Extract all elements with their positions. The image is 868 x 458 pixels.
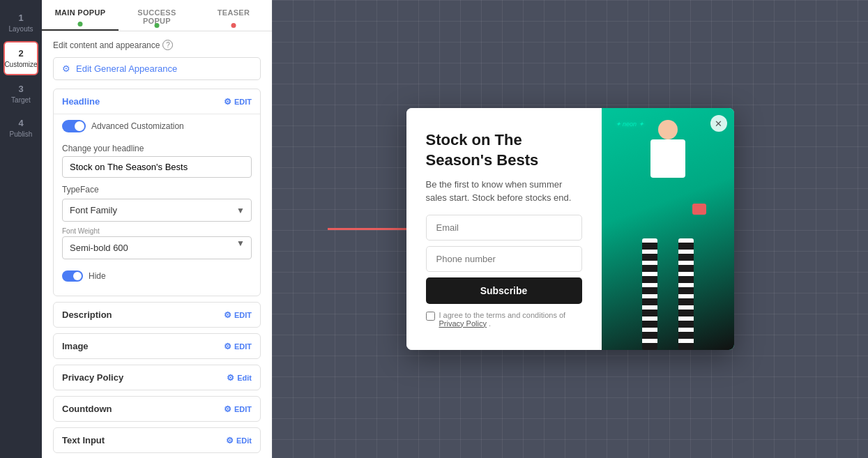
privacy-policy-link[interactable]: Privacy Policy <box>439 319 487 328</box>
tab-dot-main <box>78 22 83 26</box>
popup-email-input[interactable] <box>426 215 582 241</box>
hide-label: Hide <box>89 271 106 281</box>
headline-expanded: Advanced Customization Change your headl… <box>54 114 260 296</box>
text-input-section-header[interactable]: Text Input ⚙ EDit <box>54 428 260 452</box>
subscribe-button[interactable]: Subscribe <box>426 277 582 304</box>
privacy-policy-section-header[interactable]: Privacy Policy ⚙ Edit <box>54 365 260 390</box>
advanced-customization-label: Advanced Customization <box>91 121 184 131</box>
popup-close-button[interactable]: ✕ <box>710 115 727 132</box>
nav-num-4: 4 <box>18 118 23 128</box>
image-section: Image ⚙ EDIT <box>53 333 261 359</box>
font-family-select[interactable]: Font Family Arial Georgia Helvetica <box>62 199 252 222</box>
typeface-label: TypeFace <box>62 185 252 194</box>
tab-teaser[interactable]: TEASER <box>195 0 272 31</box>
image-section-header[interactable]: Image ⚙ EDIT <box>54 334 260 358</box>
nav-item-publish[interactable]: 4 Publish <box>3 112 38 144</box>
description-gear-icon: ⚙ <box>224 310 231 320</box>
tab-dot-success <box>155 23 160 28</box>
text-input-section: Text Input ⚙ EDit <box>53 427 261 453</box>
popup-description: Be the first to know when summer sales s… <box>426 178 582 205</box>
advanced-customization-row: Advanced Customization <box>62 114 252 138</box>
text-input-gear-icon: ⚙ <box>226 436 234 445</box>
privacy-policy-title: Privacy Policy <box>62 372 123 383</box>
nav-num-3: 3 <box>18 84 23 94</box>
nav-num-2: 2 <box>18 48 23 59</box>
help-icon[interactable]: ? <box>162 40 173 50</box>
description-title: Description <box>62 310 112 320</box>
privacy-policy-gear-icon: ⚙ <box>227 373 234 383</box>
canvas: Stock on The Season's Bests Be the first… <box>272 0 868 458</box>
countdown-edit-button[interactable]: ⚙ EDIT <box>224 404 252 414</box>
headline-gear-icon: ⚙ <box>224 97 231 107</box>
font-weight-select[interactable]: Semi-bold 600 Regular 400 Bold 700 <box>62 236 252 259</box>
nav-item-target[interactable]: 3 Target <box>3 78 38 109</box>
image-edit-button[interactable]: ⚙ EDIT <box>224 342 252 351</box>
image-title: Image <box>62 341 89 351</box>
tab-success-popup[interactable]: SUCCESS POPUP <box>119 0 195 31</box>
advanced-customization-toggle[interactable] <box>62 120 86 132</box>
tab-bar: MAIN POPUP SUCCESS POPUP TEASER <box>42 0 272 31</box>
edit-general-appearance-button[interactable]: ⚙ Edit General Appearance <box>53 57 261 80</box>
gear-icon: ⚙ <box>62 63 70 74</box>
headline-edit-button[interactable]: ⚙ EDIT <box>224 97 252 107</box>
countdown-gear-icon: ⚙ <box>224 404 231 414</box>
panel-content: Edit content and appearance ? ⚙ Edit Gen… <box>42 31 272 458</box>
description-section-header[interactable]: Description ⚙ EDIT <box>54 303 260 327</box>
popup-title: Stock on The Season's Bests <box>426 130 582 170</box>
nav-label-target: Target <box>11 96 31 104</box>
edit-content-label: Edit content and appearance ? <box>53 40 261 50</box>
tab-dot-teaser <box>231 23 236 28</box>
text-input-edit-button[interactable]: ⚙ EDit <box>226 436 252 445</box>
description-section: Description ⚙ EDIT <box>53 302 261 328</box>
popup-preview: Stock on The Season's Bests Be the first… <box>406 108 734 349</box>
editor-panel: MAIN POPUP SUCCESS POPUP TEASER Edit con… <box>42 0 272 458</box>
nav-item-layouts[interactable]: 1 Layouts <box>3 7 38 38</box>
privacy-text: I agree to the terms and conditions of P… <box>439 311 582 328</box>
headline-section: Headline ⚙ EDIT Advanced Customization C… <box>53 89 261 296</box>
countdown-title: Countdown <box>62 404 112 414</box>
popup-phone-input[interactable] <box>426 246 582 272</box>
privacy-checkbox-row: I agree to the terms and conditions of P… <box>426 311 582 328</box>
nav-num-1: 1 <box>18 13 23 23</box>
privacy-policy-edit-button[interactable]: ⚙ Edit <box>227 373 252 383</box>
font-weight-label: Font Weight <box>62 227 252 235</box>
model-silhouette <box>630 113 706 350</box>
change-headline-label: Change your headline <box>62 144 252 153</box>
nav-label-publish: Publish <box>10 130 33 138</box>
nav-label-layouts: Layouts <box>8 25 33 33</box>
hide-row: Hide <box>62 265 252 287</box>
hide-toggle[interactable] <box>62 270 83 282</box>
font-weight-wrapper: Font Weight Semi-bold 600 Regular 400 Bo… <box>62 227 252 259</box>
text-input-title: Text Input <box>62 435 105 445</box>
tab-main-popup[interactable]: MAIN POPUP <box>42 0 119 31</box>
image-gear-icon: ⚙ <box>224 342 231 351</box>
countdown-section: Countdown ⚙ EDIT <box>53 396 261 422</box>
font-family-wrapper: Font Family Arial Georgia Helvetica ▼ <box>62 199 252 222</box>
headline-input[interactable] <box>62 156 252 178</box>
privacy-policy-section: Privacy Policy ⚙ Edit <box>53 365 261 390</box>
nav-item-customize[interactable]: 2 Customize <box>3 41 38 75</box>
description-edit-button[interactable]: ⚙ EDIT <box>224 310 252 320</box>
nav-label-customize: Customize <box>4 61 37 68</box>
popup-left-panel: Stock on The Season's Bests Be the first… <box>406 108 602 349</box>
headline-section-header[interactable]: Headline ⚙ EDIT <box>54 89 260 114</box>
popup-right-panel: ✦ neon ✦ ✕ <box>602 108 734 349</box>
sidebar-nav: 1 Layouts 2 Customize 3 Target 4 Publish <box>0 0 42 458</box>
privacy-checkbox[interactable] <box>426 312 435 321</box>
countdown-section-header[interactable]: Countdown ⚙ EDIT <box>54 397 260 421</box>
headline-title: Headline <box>62 96 100 107</box>
